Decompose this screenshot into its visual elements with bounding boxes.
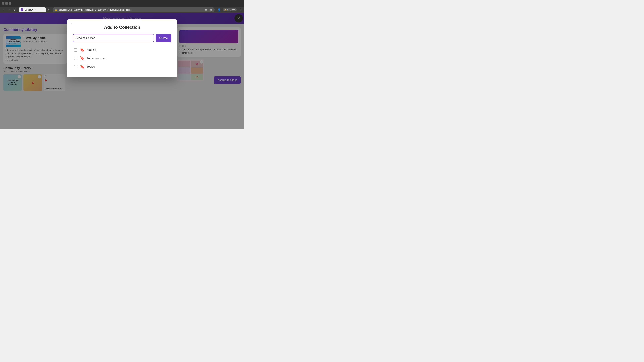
- extensions-icon[interactable]: ▦: [210, 8, 213, 11]
- back-button[interactable]: ←: [1, 7, 6, 12]
- minimize-button[interactable]: [2, 2, 4, 4]
- forward-button[interactable]: →: [7, 7, 12, 12]
- menu-button[interactable]: ⋮: [238, 7, 243, 12]
- maximize-button[interactable]: [5, 2, 8, 4]
- collection-item-topics[interactable]: 🔖 Topics: [73, 63, 172, 70]
- incognito-label: Incognito: [227, 8, 236, 11]
- bookmark-icon-topics: 🔖: [80, 64, 84, 69]
- reload-button[interactable]: ↻: [12, 7, 17, 12]
- bookmark-icon-to-be-discussed: 🔖: [80, 56, 84, 60]
- address-bar[interactable]: 🔒 app.seesaw.me/#/activities/library?sea…: [53, 7, 215, 12]
- collection-name-to-be-discussed: To be discussed: [87, 57, 107, 60]
- bookmark-icon-reading: 🔖: [80, 48, 84, 52]
- incognito-badge: 🕵 Incognito: [223, 8, 237, 11]
- checkbox-topics[interactable]: [74, 65, 78, 68]
- add-to-collection-modal: × Add to Collection Create 🔖 reading: [67, 19, 178, 77]
- url-text: app.seesaw.me/#/activities/library?searc…: [58, 8, 204, 11]
- tab-close-button[interactable]: ✕: [34, 8, 36, 11]
- checkbox-to-be-discussed[interactable]: [74, 57, 78, 60]
- modal-title: Add to Collection: [73, 25, 172, 30]
- create-button[interactable]: Create: [156, 34, 172, 42]
- seesaw-favicon: S: [21, 8, 24, 11]
- collection-item-reading[interactable]: 🔖 reading: [73, 46, 172, 54]
- profile-button[interactable]: 👤: [217, 7, 221, 12]
- page-content: ✕ Resource Library Community Library Wri…: [0, 13, 244, 129]
- modal-overlay: × Add to Collection Create 🔖 reading: [0, 13, 244, 129]
- collection-name-topics: Topics: [87, 65, 95, 68]
- window-controls: ✕: [2, 2, 11, 4]
- collection-item-to-be-discussed[interactable]: 🔖 To be discussed: [73, 54, 172, 62]
- input-row: Create: [73, 34, 172, 42]
- tab-title-text: Seesaw: [25, 8, 32, 11]
- modal-close-button[interactable]: ×: [69, 22, 74, 26]
- toolbar-icons: 👤 🕵 Incognito ⋮: [217, 7, 243, 12]
- close-window-button[interactable]: ✕: [9, 2, 11, 4]
- lock-icon: 🔒: [55, 8, 57, 11]
- incognito-icon: 🕵: [224, 8, 226, 11]
- collection-name-reading: reading: [87, 48, 96, 52]
- star-icon[interactable]: ★: [205, 8, 208, 11]
- tab-bar: ← → ↻ S Seesaw ✕ + 🔒 app.seesaw.me/#/act…: [0, 7, 244, 13]
- checkbox-reading[interactable]: [74, 48, 78, 52]
- new-tab-button[interactable]: +: [46, 7, 51, 12]
- collection-list: 🔖 reading 🔖 To be discussed 🔖 Topics: [73, 46, 172, 70]
- active-tab[interactable]: S Seesaw ✕: [19, 7, 46, 12]
- collection-name-input[interactable]: [73, 34, 154, 42]
- browser-chrome: ✕: [0, 0, 244, 7]
